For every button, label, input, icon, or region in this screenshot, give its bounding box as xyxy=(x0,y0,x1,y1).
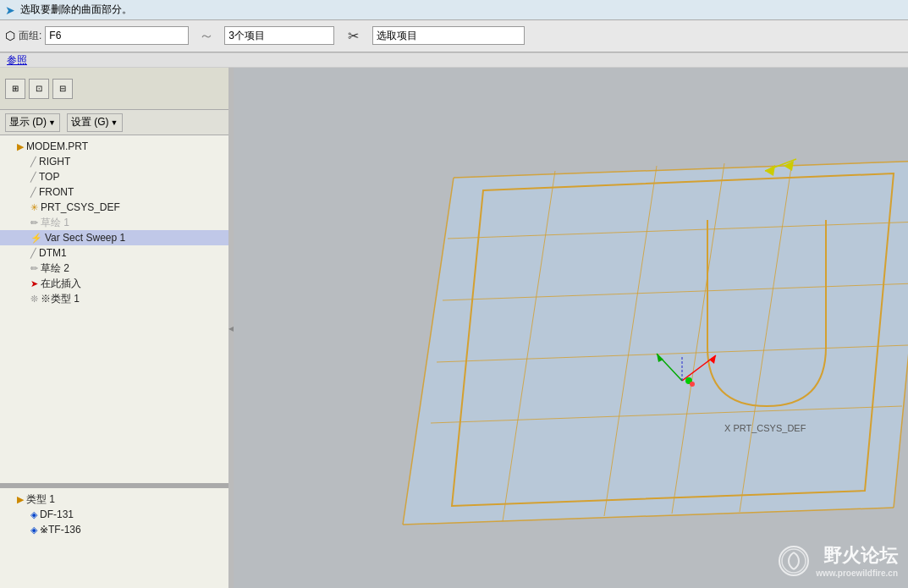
tree-item-right[interactable]: ╱ RIGHT xyxy=(0,154,228,169)
tree-item-modem[interactable]: ▶ MODEM.PRT xyxy=(0,139,228,154)
instruction-text: 选取要删除的曲面部分。 xyxy=(20,3,132,17)
tree-item-df131[interactable]: ◈ DF-131 xyxy=(0,507,228,522)
tree-label: FRONT xyxy=(39,186,74,198)
sketch-icon: ✏ xyxy=(30,263,38,274)
df-icon: ◈ xyxy=(30,509,37,520)
icon-btn-2[interactable]: ⊡ xyxy=(29,79,49,99)
settings-dropdown[interactable]: 设置 (G) ▼ xyxy=(67,113,123,132)
left-top-bar: ⊞ ⊡ ⊟ xyxy=(0,68,228,110)
reference-row: 参照 xyxy=(0,52,908,68)
tree-item-dtm1[interactable]: ╱ DTM1 xyxy=(0,245,228,261)
items-count-field xyxy=(224,26,334,45)
viewport: X PRT_CSYS_DEF xyxy=(234,68,908,588)
svg-marker-0 xyxy=(403,161,908,525)
watermark: 野火论坛 www.proewildfire.cn xyxy=(779,543,898,578)
display-chevron: ▼ xyxy=(48,118,56,127)
icon-btn-1[interactable]: ⊞ xyxy=(5,79,25,99)
instruction-bar: ➤ 选取要删除的曲面部分。 xyxy=(0,0,908,20)
tree-label: 类型 1 xyxy=(26,492,55,507)
tree-label: 草绘 2 xyxy=(41,261,69,276)
svg-text:X PRT_CSYS_DEF: X PRT_CSYS_DEF xyxy=(724,423,806,433)
face-group-label: 面组: xyxy=(19,29,41,43)
tree-item-tf136[interactable]: ◈ ※TF-136 xyxy=(0,522,228,537)
arrow-icon: ➤ xyxy=(5,3,15,17)
tree-label: MODEM.PRT xyxy=(26,140,88,152)
plane-icon: ╱ xyxy=(30,187,36,198)
watermark-logo: 野火论坛 xyxy=(816,543,898,569)
folder-icon: ▶ xyxy=(17,141,24,152)
tree-label: 在此插入 xyxy=(41,277,81,291)
tf-icon: ◈ xyxy=(30,525,37,536)
plane-icon: ╱ xyxy=(30,172,36,183)
tree-item-sketch2[interactable]: ✏ 草绘 2 xyxy=(0,261,228,276)
tree-label: ※类型 1 xyxy=(41,292,80,306)
left-controls: 显示 (D) ▼ 设置 (G) ▼ xyxy=(0,110,228,135)
tree-label: DF-131 xyxy=(40,508,74,520)
main-layout: ⊞ ⊡ ⊟ 显示 (D) ▼ 设置 (G) ▼ ▶ MODEM.PRT xyxy=(0,68,908,588)
face-group-input[interactable] xyxy=(45,26,189,45)
scissors-icon: ✂ xyxy=(348,28,359,44)
tree-label: PRT_CSYS_DEF xyxy=(41,201,120,213)
bottom-tree: ▶ 类型 1 ◈ DF-131 ◈ ※TF-136 xyxy=(0,486,228,588)
toolbar-row: ⬡ 面组: ～ ✂ xyxy=(0,20,908,51)
type-icon-b: ▶ xyxy=(17,494,24,505)
select-input[interactable] xyxy=(372,26,525,45)
surface-svg: X PRT_CSYS_DEF xyxy=(352,135,908,550)
face-group-field: ⬡ 面组: xyxy=(5,26,189,45)
tree-label: TOP xyxy=(39,171,59,183)
tree-section: ▶ MODEM.PRT ╱ RIGHT ╱ TOP ╱ FRONT xyxy=(0,135,228,588)
tree-item-insert[interactable]: ➤ 在此插入 xyxy=(0,276,228,291)
tree-label: ※TF-136 xyxy=(40,524,81,536)
items-count-input[interactable] xyxy=(224,26,334,45)
tree-item-front[interactable]: ╱ FRONT xyxy=(0,184,228,200)
reference-link[interactable]: 参照 xyxy=(7,53,27,68)
display-dropdown[interactable]: 显示 (D) ▼ xyxy=(5,113,60,132)
tree-label: DTM1 xyxy=(39,247,67,259)
tree-label: RIGHT xyxy=(39,156,70,168)
tree-label: 草绘 1 xyxy=(41,216,69,230)
plane-icon: ╱ xyxy=(30,157,36,168)
tree-item-top[interactable]: ╱ TOP xyxy=(0,169,228,184)
csys-icon: ✳ xyxy=(30,202,38,213)
tree-item-varsect[interactable]: ⚡ Var Sect Sweep 1 xyxy=(0,230,228,245)
tree-item-type1b[interactable]: ▶ 类型 1 xyxy=(0,492,228,507)
dtm-icon: ╱ xyxy=(30,248,36,259)
tree-item-type1[interactable]: ❊ ※类型 1 xyxy=(0,291,228,306)
sweep-icon: ⚡ xyxy=(30,233,42,244)
wave-separator: ～ xyxy=(199,25,214,46)
sketch-icon: ✏ xyxy=(30,217,38,228)
model-tree: ▶ MODEM.PRT ╱ RIGHT ╱ TOP ╱ FRONT xyxy=(0,135,228,483)
tree-label: Var Sect Sweep 1 xyxy=(45,232,125,244)
type-icon: ❊ xyxy=(30,294,38,305)
icon-btn-3[interactable]: ⊟ xyxy=(52,79,73,99)
logo-emblem xyxy=(780,547,807,574)
insert-icon: ➤ xyxy=(30,278,38,289)
surface-container: X PRT_CSYS_DEF xyxy=(352,135,908,550)
top-toolbar: ➤ 选取要删除的曲面部分。 ⬡ 面组: ～ ✂ xyxy=(0,0,908,52)
tree-item-prt-csys[interactable]: ✳ PRT_CSYS_DEF xyxy=(0,200,228,215)
svg-point-24 xyxy=(690,382,695,387)
settings-chevron: ▼ xyxy=(111,118,118,127)
watermark-url: www.proewildfire.cn xyxy=(816,569,898,578)
tree-item-sketch1[interactable]: ✏ 草绘 1 xyxy=(0,215,228,230)
select-field xyxy=(372,26,525,45)
left-panel-wrapper: ⊞ ⊡ ⊟ 显示 (D) ▼ 设置 (G) ▼ ▶ MODEM.PRT xyxy=(0,68,228,588)
face-icon: ⬡ xyxy=(5,29,15,42)
